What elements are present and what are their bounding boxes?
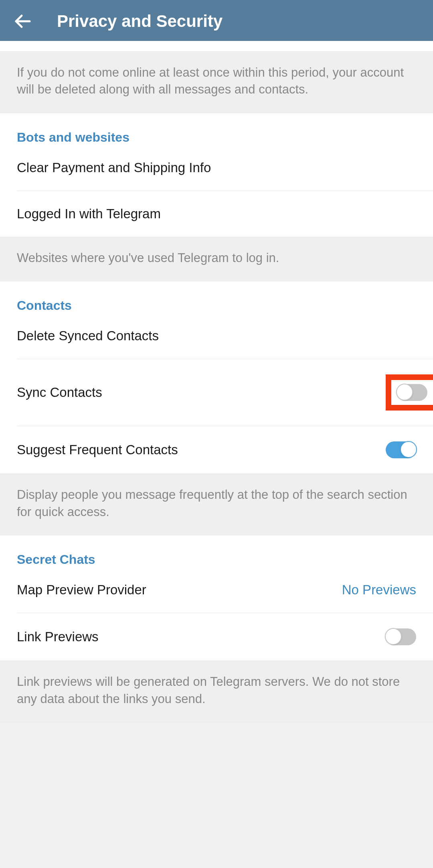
section-title-secret: Secret Chats xyxy=(17,552,416,567)
link-previews-label: Link Previews xyxy=(17,629,99,644)
contacts-info: Display people you message frequently at… xyxy=(0,474,433,535)
logged-in-label: Logged In with Telegram xyxy=(17,206,161,222)
bots-websites-section: Bots and websites Clear Payment and Ship… xyxy=(0,113,433,237)
sync-contacts-item[interactable]: Sync Contacts xyxy=(0,359,433,426)
account-deletion-info: If you do not come online at least once … xyxy=(0,51,433,113)
suggest-frequent-toggle[interactable] xyxy=(386,441,416,458)
toggle-knob xyxy=(400,441,417,458)
clear-payment-item[interactable]: Clear Payment and Shipping Info xyxy=(0,145,433,191)
clear-payment-label: Clear Payment and Shipping Info xyxy=(17,160,211,175)
info-text: Display people you message frequently at… xyxy=(17,486,416,520)
section-header: Bots and websites xyxy=(0,113,433,145)
sync-contacts-label: Sync Contacts xyxy=(17,385,102,400)
map-preview-value: No Previews xyxy=(342,582,416,598)
page-title: Privacy and Security xyxy=(57,12,223,31)
toggle-knob xyxy=(385,628,402,645)
suggest-frequent-item[interactable]: Suggest Frequent Contacts xyxy=(0,426,433,474)
info-text: Link previews will be generated on Teleg… xyxy=(17,673,416,707)
app-header: Privacy and Security xyxy=(0,0,433,41)
delete-synced-label: Delete Synced Contacts xyxy=(17,328,159,344)
highlight-box xyxy=(386,374,433,411)
suggest-frequent-label: Suggest Frequent Contacts xyxy=(17,442,178,457)
delete-synced-item[interactable]: Delete Synced Contacts xyxy=(0,313,433,359)
sync-contacts-toggle[interactable] xyxy=(397,384,427,401)
bots-websites-info: Websites where you've used Telegram to l… xyxy=(0,237,433,281)
back-arrow-icon[interactable] xyxy=(13,12,32,31)
link-previews-toggle[interactable] xyxy=(386,628,416,645)
section-header: Secret Chats xyxy=(0,535,433,567)
link-previews-info: Link previews will be generated on Teleg… xyxy=(0,661,433,722)
info-text: Websites where you've used Telegram to l… xyxy=(17,250,416,266)
section-title-bots: Bots and websites xyxy=(17,130,416,145)
secret-chats-section: Secret Chats Map Preview Provider No Pre… xyxy=(0,535,433,661)
toggle-knob xyxy=(396,384,413,400)
section-header: Contacts xyxy=(0,281,433,313)
contacts-section: Contacts Delete Synced Contacts Sync Con… xyxy=(0,281,433,474)
section-title-contacts: Contacts xyxy=(17,298,416,313)
link-previews-item[interactable]: Link Previews xyxy=(0,613,433,661)
white-strip xyxy=(0,41,433,51)
info-text: If you do not come online at least once … xyxy=(17,64,416,98)
map-preview-label: Map Preview Provider xyxy=(17,582,146,598)
logged-in-item[interactable]: Logged In with Telegram xyxy=(0,191,433,237)
map-preview-item[interactable]: Map Preview Provider No Previews xyxy=(0,567,433,613)
